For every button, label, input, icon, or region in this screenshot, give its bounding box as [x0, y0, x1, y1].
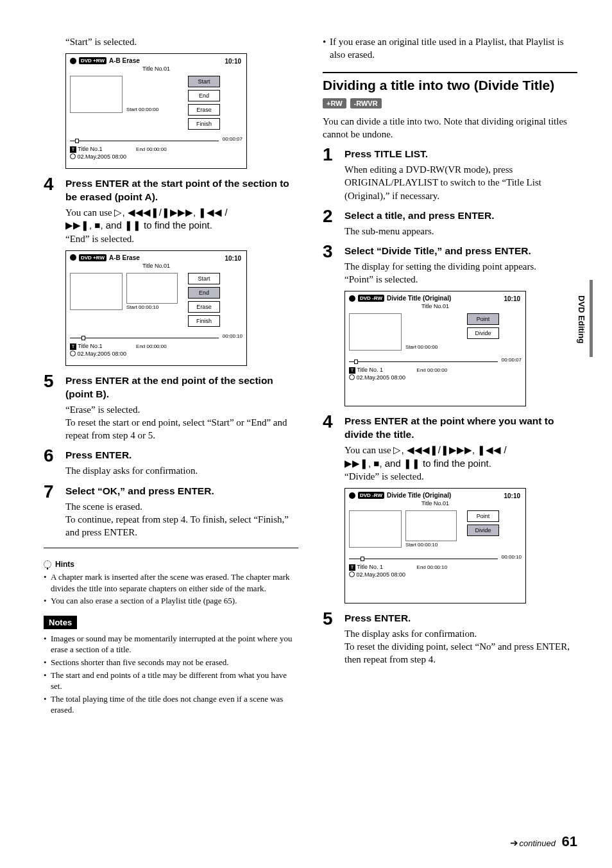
osd-end-label: End 00:00:00 [136, 146, 167, 152]
transport-icons: ▷, ◀◀◀❚/❚▶▶▶, ❚◀◀ / [393, 444, 506, 455]
osd-bar-time: 00:00:10 [502, 554, 522, 560]
list-item: The start and end points of a title may … [44, 670, 298, 692]
title-icon: T [349, 564, 355, 571]
step-text: To reset the dividing point, select “No”… [344, 640, 577, 666]
osd-bar-time: 00:00:07 [502, 357, 522, 363]
step-4r: 4 Press ENTER at the point where you wan… [323, 413, 577, 483]
divider [44, 548, 298, 548]
osd-progress [349, 361, 498, 362]
osd-btn-finish[interactable]: Finish [188, 315, 220, 327]
intro-text: You can divide a title into two. Note th… [323, 115, 577, 141]
osd-start-label: Start 00:00:00 [126, 107, 184, 112]
osd-divide-1: DVD -RW Divide Title (Original) 10:10 Ti… [344, 291, 526, 406]
disc-tag: DVD -RW [358, 295, 384, 302]
osd-foot-date: 02.May.2005 08:00 [78, 153, 126, 160]
step-heading: Press ENTER. [65, 449, 298, 462]
left-column: “Start” is selected. DVD +RW A-B Erase 1… [44, 35, 298, 717]
osd-thumbnail [349, 510, 402, 548]
osd-btn-start[interactable]: Start [188, 273, 220, 284]
osd-progress [70, 338, 219, 338]
disc-tag: DVD +RW [79, 254, 106, 261]
osd-title-no: Title No.01 [349, 500, 522, 507]
list-item: A chapter mark is inserted after the sce… [44, 571, 298, 594]
list-item: You can also erase a section of a Playli… [44, 595, 298, 607]
osd-foot-date: 02.May.2005 08:00 [78, 351, 126, 357]
step-text: ▶▶❚, ■, and ❚❚ to find the point. [65, 219, 298, 232]
step-text: “Point” is selected. [344, 273, 577, 286]
hint-icon [44, 560, 51, 568]
osd-btn-divide[interactable]: Divide [467, 327, 499, 339]
transport-icons-2: ▶▶❚, ■, and ❚❚ to find the point. [344, 458, 491, 469]
osd-btn-divide[interactable]: Divide [467, 525, 499, 536]
osd-clock: 10:10 [504, 492, 520, 499]
step-heading: Press ENTER at the end point of the sect… [65, 374, 298, 401]
step-number: 3 [323, 243, 337, 286]
osd-clock: 10:10 [225, 58, 241, 65]
step-number: 4 [44, 175, 58, 245]
title-icon: T [349, 367, 355, 374]
step-text: “End” is selected. [65, 232, 298, 245]
step-3: 3 Select “Divide Title,” and press ENTER… [323, 243, 577, 286]
osd-btn-point[interactable]: Point [467, 510, 499, 522]
osd-clock: 10:10 [504, 295, 520, 302]
osd-title: A-B Erase [109, 57, 140, 64]
page-footer: continued 61 [510, 833, 578, 850]
step-6: 6 Press ENTER. The display asks for conf… [44, 447, 298, 477]
step-text: The display for setting the dividing poi… [344, 260, 577, 273]
osd-divide-2: DVD -RW Divide Title (Original) 10:10 Ti… [344, 488, 526, 603]
osd-btn-erase[interactable]: Erase [188, 301, 220, 313]
osd-foot-title: Title No.1 [78, 343, 102, 349]
step-number: 7 [44, 483, 58, 539]
step-number: 2 [323, 207, 337, 238]
osd-thumbnail [70, 76, 123, 113]
osd-thumbnail-start [405, 510, 457, 541]
disc-tag: DVD -RW [358, 492, 384, 499]
step-text: The scene is erased. [65, 500, 298, 513]
disc-tags: +RW -RWVR [323, 98, 577, 108]
step-number: 1 [323, 146, 337, 202]
hints-list: A chapter mark is inserted after the sce… [44, 571, 298, 607]
clock-icon [349, 374, 355, 380]
continued-label: continued [520, 838, 556, 848]
disc-tag-plusrw: +RW [323, 98, 346, 108]
step-text: The display asks for confirmation. [344, 627, 577, 640]
disc-tag: DVD +RW [79, 57, 106, 64]
osd-btn-erase[interactable]: Erase [188, 104, 220, 116]
step-text: “Divide” is selected. [344, 470, 577, 483]
step-number: 5 [323, 610, 337, 666]
clock-icon [70, 351, 76, 356]
osd-bar-time: 00:00:07 [223, 136, 242, 142]
step-4: 4 Press ENTER at the start point of the … [44, 175, 298, 245]
step-7: 7 Select “OK,” and press ENTER. The scen… [44, 483, 298, 539]
list-item: Images or sound may be momentarily inter… [44, 633, 298, 655]
step-5r: 5 Press ENTER. The display asks for conf… [323, 610, 577, 666]
hints-label: Hints [55, 560, 74, 569]
osd-progress [70, 141, 219, 141]
osd-start-label: Start 00:00:10 [126, 304, 184, 310]
osd-title-no: Title No.01 [70, 65, 242, 72]
osd-progress [349, 559, 498, 559]
osd-btn-point[interactable]: Point [467, 313, 499, 325]
disc-tag-rwvr: -RWVR [350, 98, 382, 108]
step-heading: Press TITLE LIST. [344, 148, 577, 161]
step-text: You can use ▷, ◀◀◀❚/❚▶▶▶, ❚◀◀ / [65, 206, 298, 219]
osd-title-no: Title No.01 [349, 303, 522, 309]
step-heading: Press ENTER at the point where you want … [344, 415, 577, 442]
osd-foot-date: 02.May.2005 08:00 [357, 374, 405, 381]
section-heading: Dividing a title into two (Divide Title) [323, 77, 577, 93]
osd-btn-start[interactable]: Start [188, 76, 220, 87]
title-icon: T [70, 343, 76, 350]
osd-title-no: Title No.01 [70, 263, 242, 269]
osd-btn-end[interactable]: End [188, 287, 220, 299]
step-text: To continue, repeat from step 4. To fini… [65, 513, 298, 539]
osd-start-label: Start 00:00:10 [405, 542, 463, 548]
osd-ab-erase-1: DVD +RW A-B Erase 10:10 Title No.01 Star… [65, 53, 247, 169]
divider [323, 72, 577, 73]
step-number: 5 [44, 372, 58, 442]
record-icon [349, 295, 355, 302]
osd-btn-end[interactable]: End [188, 90, 220, 101]
osd-btn-finish[interactable]: Finish [188, 118, 220, 130]
osd-foot-title: Title No. 1 [357, 564, 383, 570]
record-icon [349, 492, 355, 499]
osd-thumbnail [349, 313, 402, 351]
